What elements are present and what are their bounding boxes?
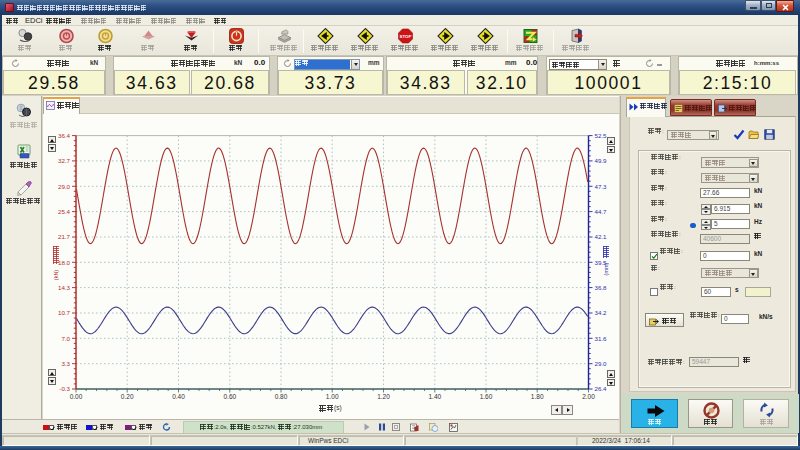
- svg-text:-0.3: -0.3: [59, 385, 70, 392]
- svg-text:10.7: 10.7: [58, 309, 71, 316]
- svg-text:26.4: 26.4: [595, 385, 608, 392]
- svg-text:52.5: 52.5: [595, 132, 608, 139]
- svg-text:21.7: 21.7: [58, 233, 71, 240]
- svg-text:STOP: STOP: [400, 34, 412, 39]
- svg-text:25.4: 25.4: [58, 208, 71, 215]
- svg-text:7.0: 7.0: [61, 335, 70, 342]
- svg-text:29.0: 29.0: [595, 360, 608, 367]
- svg-text:0.60: 0.60: [223, 393, 236, 400]
- svg-text:44.7: 44.7: [595, 208, 608, 215]
- svg-text:32.7: 32.7: [58, 157, 71, 164]
- svg-text:42.1: 42.1: [595, 233, 608, 240]
- svg-text:29.0: 29.0: [58, 183, 71, 190]
- svg-text:0.80: 0.80: [275, 393, 288, 400]
- svg-text:1.80: 1.80: [531, 393, 544, 400]
- svg-text:1.20: 1.20: [377, 393, 390, 400]
- svg-text:34.2: 34.2: [595, 309, 608, 316]
- svg-text:3.3: 3.3: [61, 360, 70, 367]
- svg-text:2.00: 2.00: [582, 393, 595, 400]
- svg-text:0.00: 0.00: [70, 393, 83, 400]
- svg-text:1.40: 1.40: [428, 393, 441, 400]
- svg-text:49.9: 49.9: [595, 157, 608, 164]
- svg-text:31.6: 31.6: [595, 335, 608, 342]
- svg-text:1.60: 1.60: [480, 393, 493, 400]
- svg-text:1.00: 1.00: [326, 393, 339, 400]
- svg-text:47.3: 47.3: [595, 183, 608, 190]
- svg-text:0.40: 0.40: [172, 393, 185, 400]
- svg-text:0.20: 0.20: [121, 393, 134, 400]
- svg-text:36.4: 36.4: [58, 132, 71, 139]
